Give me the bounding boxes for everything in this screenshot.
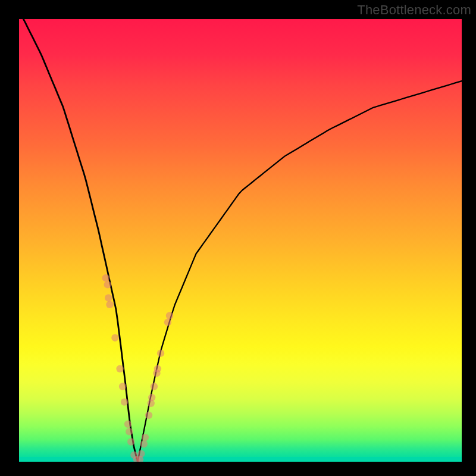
left-curve-path bbox=[23, 19, 137, 462]
scatter-dot bbox=[164, 318, 171, 325]
scatter-dot bbox=[145, 412, 152, 419]
scatter-dot bbox=[137, 450, 145, 457]
scatter-dot bbox=[121, 398, 128, 405]
plot-area bbox=[19, 19, 462, 462]
scatter-dot bbox=[142, 434, 149, 441]
scatter-dot bbox=[140, 440, 148, 447]
scatter-dot bbox=[157, 350, 164, 357]
scatter-dot bbox=[116, 365, 123, 372]
scatter-dot bbox=[106, 301, 113, 308]
scatter-dot bbox=[111, 334, 118, 342]
scatter-dot bbox=[166, 312, 173, 319]
scatter-dot bbox=[148, 394, 155, 401]
scatter-dots-group bbox=[102, 274, 174, 462]
scatter-dot bbox=[105, 295, 112, 302]
scatter-dot bbox=[124, 421, 131, 428]
scatter-dot bbox=[104, 281, 111, 288]
scatter-dot bbox=[119, 383, 126, 390]
scatter-dot bbox=[102, 274, 109, 281]
chart-svg bbox=[19, 19, 462, 462]
watermark-text: TheBottleneck.com bbox=[357, 2, 471, 18]
scatter-dot bbox=[126, 428, 133, 435]
scatter-dot bbox=[154, 365, 161, 372]
right-curve-path bbox=[137, 81, 462, 462]
scatter-dot bbox=[127, 438, 134, 445]
scatter-dot bbox=[151, 383, 158, 390]
